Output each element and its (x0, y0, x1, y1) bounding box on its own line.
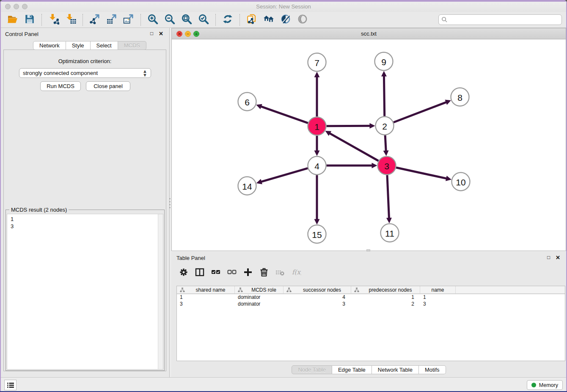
graph-node-9[interactable]: 9 (375, 52, 393, 71)
clear-all-checks-button[interactable] (225, 265, 239, 280)
task-history-button[interactable] (4, 380, 17, 390)
export-network-button[interactable] (88, 13, 102, 27)
graph-node-1[interactable]: 1 (308, 117, 326, 135)
memory-status-icon (531, 383, 536, 387)
column-header-predecessor-nodes[interactable]: predecessor nodes (351, 286, 420, 293)
table-cell: 3 (284, 301, 351, 308)
graph-edge-1-4[interactable] (314, 136, 320, 156)
graphics-details-button[interactable] (278, 13, 293, 27)
memory-button[interactable]: Memory (527, 380, 563, 390)
zoom-out-button[interactable] (162, 13, 177, 27)
result-scrollbar[interactable] (158, 214, 163, 369)
table-cell: 2 (351, 301, 420, 308)
birds-eye-view-button[interactable] (295, 13, 310, 27)
table-row[interactable]: 3dominator323 (177, 301, 565, 308)
graph-node-11[interactable]: 11 (381, 224, 399, 242)
graph-node-10[interactable]: 10 (452, 173, 470, 191)
graph-node-14[interactable]: 14 (238, 177, 256, 195)
table-panel-header: Table Panel □ ✕ (171, 252, 566, 264)
graph-edge-4-14[interactable] (256, 168, 308, 184)
network-graph-canvas[interactable]: 7968124314101511 (172, 39, 566, 251)
table-cell: 3 (420, 301, 456, 308)
graph-node-7[interactable]: 7 (308, 53, 326, 72)
tab-select[interactable]: Select (91, 41, 118, 50)
close-panel-icon[interactable]: ✕ (158, 30, 164, 37)
column-header-MCDS-role[interactable]: MCDS role (235, 286, 284, 293)
column-header-name[interactable]: name (420, 286, 456, 293)
graph-edge-2-3[interactable] (383, 135, 389, 156)
graph-node-8[interactable]: 8 (451, 88, 469, 106)
mcds-result-title: MCDS result (2 nodes) (9, 207, 69, 213)
graph-node-2[interactable]: 2 (376, 117, 394, 135)
criterion-dropdown[interactable]: strongly connected component ▲▼ (19, 68, 151, 78)
table-row[interactable]: 1dominator411 (177, 294, 565, 301)
open-file-button[interactable] (6, 13, 20, 27)
column-header-shared-name[interactable]: shared name (177, 286, 235, 293)
tab-edge-table[interactable]: Edge Table (332, 365, 372, 374)
tab-style[interactable]: Style (66, 41, 91, 50)
home-networks-button[interactable] (261, 13, 276, 27)
zoom-selected-button[interactable] (196, 13, 211, 27)
export-image-button[interactable] (121, 13, 136, 27)
zoom-in-button[interactable] (146, 13, 160, 27)
tab-network[interactable]: Network (33, 41, 66, 50)
settings-gear-button[interactable] (176, 265, 191, 280)
graph-edge-3-1[interactable] (325, 131, 379, 161)
graph-node-15[interactable]: 15 (308, 225, 326, 243)
birds-eye-view-icon (297, 14, 308, 26)
criterion-value: strongly connected component (23, 70, 143, 76)
table-cell: 3 (177, 301, 235, 308)
node-table[interactable]: shared name MCDS role successor nodes pr… (176, 286, 565, 361)
graph-node-3[interactable]: 3 (378, 157, 396, 175)
tab-motifs[interactable]: Motifs (419, 365, 446, 374)
graph-edge-3-11[interactable] (386, 175, 392, 223)
graph-edge-3-10[interactable] (396, 168, 451, 181)
add-row-icon (243, 267, 253, 279)
graph-edge-1-6[interactable] (256, 104, 308, 123)
vertical-splitter-handle[interactable] (169, 197, 171, 208)
table-close-panel-icon[interactable]: ✕ (555, 254, 561, 261)
table-cell: 4 (284, 294, 351, 301)
add-row-button[interactable] (241, 265, 255, 280)
save-session-button[interactable] (22, 13, 37, 27)
svg-text:7: 7 (314, 58, 319, 68)
graph-edge-1-7[interactable] (314, 72, 320, 117)
clone-network-button[interactable] (245, 13, 259, 27)
graph-node-6[interactable]: 6 (238, 93, 256, 111)
graph-edge-4-3[interactable] (327, 163, 377, 168)
window-frame-top (0, 0, 567, 2)
svg-text:9: 9 (381, 57, 386, 67)
delete-row-button[interactable] (257, 265, 271, 280)
network-window-titlebar[interactable]: ✕ − + scc.txt (172, 28, 566, 39)
refresh-layout-button[interactable] (220, 13, 235, 27)
column-header-label: predecessor nodes (363, 287, 418, 293)
tab-mcds[interactable]: MCDS (118, 41, 146, 50)
select-all-checks-button[interactable] (209, 265, 223, 280)
export-table-button[interactable] (105, 13, 119, 27)
graph-edge-4-15[interactable] (314, 175, 320, 225)
zoom-fit-button[interactable] (179, 13, 194, 27)
graph-edge-1-2[interactable] (326, 123, 375, 129)
table-tabs: Node TableEdge TableNetwork TableMotifs (171, 365, 566, 374)
column-header-label: shared name (188, 287, 233, 293)
run-mcds-button[interactable]: Run MCDS (40, 81, 81, 91)
show-columns-button[interactable] (193, 265, 207, 280)
search-input[interactable] (448, 17, 559, 23)
import-table-button[interactable] (63, 13, 78, 27)
graph-edge-2-8[interactable] (394, 100, 451, 122)
graph-node-4[interactable]: 4 (308, 157, 326, 175)
table-toolbar: f(x) (176, 264, 305, 282)
graph-edge-2-9[interactable] (381, 71, 387, 116)
float-panel-icon[interactable]: □ (149, 30, 155, 37)
import-network-button[interactable] (47, 13, 61, 27)
window-title: Session: New Session (0, 3, 567, 10)
table-float-panel-icon[interactable]: □ (545, 254, 552, 261)
column-header-successor-nodes[interactable]: successor nodes (284, 286, 351, 293)
horizontal-splitter-handle[interactable] (366, 249, 370, 251)
list-icon (7, 382, 14, 389)
tab-network-table[interactable]: Network Table (372, 365, 419, 374)
tab-node-table[interactable]: Node Table (292, 365, 332, 374)
dropdown-stepper-icon: ▲▼ (143, 69, 147, 77)
mcds-result-box[interactable]: 13 (7, 214, 163, 370)
close-panel-button[interactable]: Close panel (86, 81, 130, 91)
